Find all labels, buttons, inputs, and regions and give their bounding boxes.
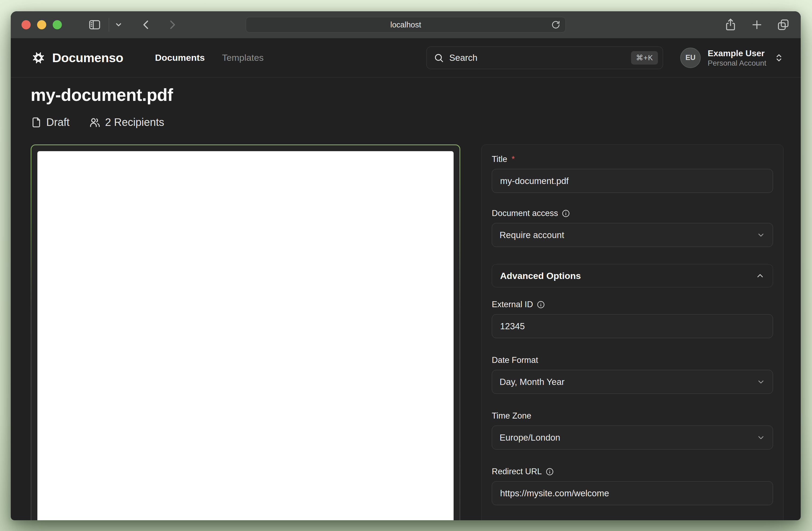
status-text: Draft: [46, 116, 70, 128]
app-header: Documenso Documents Templates Search ⌘+K…: [11, 38, 801, 77]
nav-documents[interactable]: Documents: [155, 53, 205, 63]
nav-templates[interactable]: Templates: [222, 53, 264, 63]
document-access-label: Document access: [492, 209, 773, 218]
info-icon[interactable]: [562, 209, 570, 218]
users-icon: [89, 116, 101, 128]
main-nav: Documents Templates: [155, 53, 264, 63]
avatar: EU: [680, 48, 701, 68]
page-content: my-document.pdf Draft: [11, 77, 801, 520]
search-input[interactable]: Search ⌘+K: [426, 46, 663, 69]
new-tab-icon[interactable]: [750, 18, 764, 31]
external-id-input[interactable]: [492, 314, 773, 338]
info-icon[interactable]: [537, 300, 545, 309]
minimize-window-button[interactable]: [37, 20, 46, 29]
sidebar-toggle-icon[interactable]: [88, 18, 102, 32]
documenso-logo[interactable]: Documenso: [31, 50, 124, 66]
chevron-down-icon: [757, 231, 765, 240]
document-settings-panel: Title * Document access Require account: [481, 144, 783, 520]
chevron-down-icon: [757, 378, 765, 386]
page-title: my-document.pdf: [31, 85, 783, 105]
status-badge: Draft: [31, 116, 70, 128]
reload-icon[interactable]: [551, 20, 561, 30]
document-access-value: Require account: [499, 230, 564, 240]
date-format-select[interactable]: Day, Month Year: [492, 370, 773, 394]
date-format-value: Day, Month Year: [499, 377, 565, 387]
document-meta-row: Draft 2 Recipients: [31, 116, 783, 128]
account-name: Example User: [708, 48, 766, 59]
required-asterisk: *: [511, 154, 514, 164]
forward-button[interactable]: [166, 18, 178, 31]
close-window-button[interactable]: [21, 20, 31, 29]
chevron-up-icon: [756, 271, 765, 280]
document-access-select[interactable]: Require account: [492, 223, 773, 247]
titlebar-divider: [108, 18, 109, 32]
chevron-down-icon: [757, 433, 765, 442]
browser-titlebar: localhost: [11, 11, 801, 38]
share-icon[interactable]: [724, 18, 737, 31]
title-input[interactable]: [492, 169, 773, 193]
info-icon[interactable]: [546, 468, 554, 476]
address-bar-url: localhost: [390, 20, 421, 29]
recipients-badge: 2 Recipients: [89, 116, 164, 128]
title-field-label: Title *: [492, 154, 773, 164]
advanced-options-toggle[interactable]: Advanced Options: [492, 264, 773, 287]
search-icon: [434, 53, 444, 63]
sidebar-chevron-down-icon[interactable]: [115, 21, 122, 29]
chevrons-up-down-icon: [774, 53, 783, 62]
search-placeholder: Search: [449, 53, 478, 63]
external-id-label: External ID: [492, 300, 773, 309]
recipients-text: 2 Recipients: [105, 116, 164, 128]
address-bar[interactable]: localhost: [246, 17, 566, 32]
document-page-preview[interactable]: [38, 151, 453, 520]
time-zone-value: Europe/London: [499, 433, 560, 443]
time-zone-select[interactable]: Europe/London: [492, 426, 773, 449]
redirect-url-label: Redirect URL: [492, 467, 773, 476]
brand-name: Documenso: [52, 50, 124, 65]
time-zone-label: Time Zone: [492, 411, 773, 421]
date-format-label: Date Format: [492, 355, 773, 365]
browser-window: localhost: [11, 11, 801, 520]
file-icon: [31, 117, 42, 128]
zoom-window-button[interactable]: [53, 20, 62, 29]
account-type: Personal Account: [708, 59, 766, 68]
desktop-background: localhost: [0, 0, 812, 531]
account-menu[interactable]: EU Example User Personal Account: [680, 48, 783, 68]
document-preview-card: [31, 144, 460, 520]
traffic-lights: [21, 20, 62, 29]
redirect-url-input[interactable]: [492, 481, 773, 505]
advanced-options-label: Advanced Options: [500, 271, 581, 281]
documenso-logo-icon: [31, 50, 46, 66]
tab-overview-icon[interactable]: [777, 18, 790, 31]
back-button[interactable]: [140, 18, 152, 31]
search-shortcut-badge: ⌘+K: [631, 51, 658, 64]
